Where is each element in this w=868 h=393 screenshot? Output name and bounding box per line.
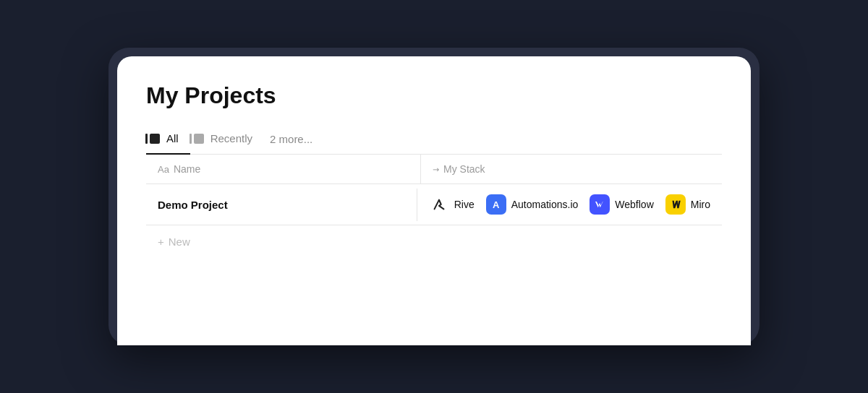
tab-all-icon [149, 133, 161, 144]
automations-icon: A [486, 194, 506, 215]
column-stack-label: My Stack [443, 163, 485, 175]
new-label: New [169, 236, 190, 248]
webflow-icon [590, 194, 610, 215]
stack-item-rive[interactable]: Rive [429, 194, 475, 215]
webflow-label: Webflow [615, 199, 653, 210]
tab-more-label: 2 more... [270, 133, 312, 145]
stack-item-automations[interactable]: A Automations.io [486, 194, 579, 215]
tab-recently[interactable]: Recently [190, 126, 264, 155]
table-row[interactable]: Demo Project Rive A Automations.io [146, 184, 722, 225]
column-stack: ↗ My Stack [421, 155, 722, 183]
miro-icon [665, 194, 686, 215]
tab-all-icon-box [150, 134, 160, 144]
column-name-label: Name [174, 163, 200, 175]
row-project-name: Demo Project [146, 189, 417, 221]
row-stack: Rive A Automations.io Webflow [417, 184, 722, 225]
main-card: My Projects All Recently 2 more... Aa [117, 56, 751, 345]
stack-item-miro[interactable]: Miro [665, 194, 710, 215]
new-plus-icon: + [158, 236, 164, 248]
automations-label: Automations.io [511, 199, 579, 210]
tab-all-label: All [166, 132, 179, 144]
aa-icon: Aa [158, 164, 169, 175]
miro-label: Miro [691, 199, 710, 210]
tab-recently-label: Recently [210, 132, 252, 144]
tab-more[interactable]: 2 more... [264, 127, 318, 154]
rive-icon [429, 194, 449, 215]
app-window: My Projects All Recently 2 more... Aa [109, 48, 760, 345]
stack-item-webflow[interactable]: Webflow [590, 194, 653, 215]
page-title: My Projects [146, 82, 722, 109]
new-row-button[interactable]: + New [146, 225, 722, 258]
sort-icon: ↗ [430, 163, 442, 175]
tab-recently-icon [193, 133, 205, 144]
column-name: Aa Name [146, 155, 421, 183]
tab-all[interactable]: All [146, 126, 190, 155]
rive-label: Rive [454, 199, 475, 210]
tab-recently-icon-box [194, 134, 204, 144]
tab-bar: All Recently 2 more... [146, 126, 722, 155]
table-header: Aa Name ↗ My Stack [146, 155, 722, 184]
